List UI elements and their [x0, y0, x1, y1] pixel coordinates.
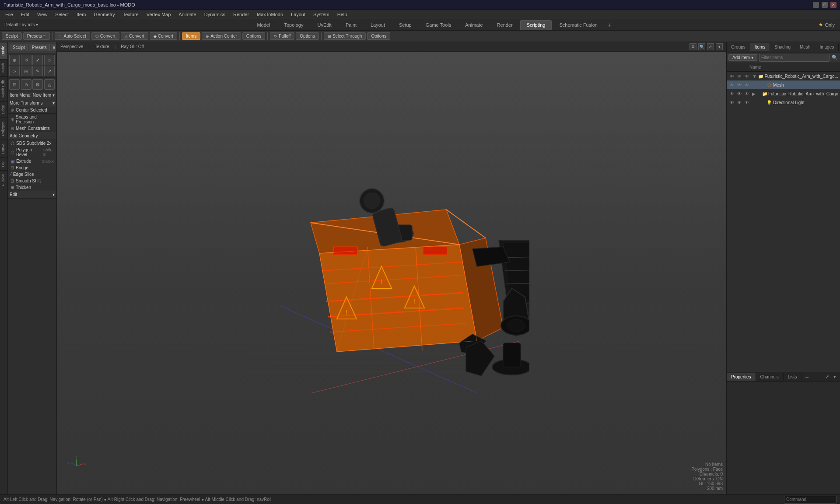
vp-settings-btn[interactable]: ⚙ — [690, 43, 696, 50]
menu-geometry[interactable]: Geometry — [90, 11, 118, 18]
rb-tab-plus[interactable]: + — [802, 372, 812, 382]
rb-tab-channels[interactable]: Channels — [756, 373, 784, 381]
right-tab-shading[interactable]: Shading — [770, 43, 795, 51]
snaps-precision-item[interactable]: ⊞ Snaps and Precision — [8, 114, 56, 125]
auto-select-button[interactable]: ⬚ Auto Select — [55, 32, 90, 40]
vtab-uv[interactable]: UV — [0, 158, 7, 171]
add-item-button[interactable]: Add Item ▾ — [728, 54, 757, 61]
convert3-button[interactable]: ◆ Convert — [150, 32, 177, 40]
eye-lock-scene[interactable]: 👁 — [743, 74, 750, 79]
tool-btn-9[interactable]: ⊡ — [9, 79, 20, 90]
right-tab-groups[interactable]: Groups — [727, 43, 750, 51]
layout-selector[interactable]: Default Layouts ▾ — [2, 22, 41, 27]
presets-button[interactable]: Presets ≡ — [23, 32, 50, 40]
tab-setup[interactable]: Setup — [392, 20, 418, 30]
options1-button[interactable]: Options — [242, 32, 265, 40]
eye-render-light[interactable]: 👁 — [728, 100, 735, 105]
menu-dynamics[interactable]: Dynamics — [201, 11, 229, 18]
action-center-button[interactable]: ⊕ Action Center — [202, 32, 241, 40]
tab-uvedit[interactable]: UvEdit — [311, 20, 338, 30]
smooth-shift-item[interactable]: ⊡ Smooth Shift — [8, 178, 56, 184]
tool-btn-10[interactable]: ⊙ — [21, 79, 32, 90]
tree-item-mesh[interactable]: 👁 👁 👁 ⬡ Mesh — [727, 80, 840, 89]
menu-maxtomodo[interactable]: MaxToModo — [253, 11, 287, 18]
tree-item-group[interactable]: 👁 👁 👁 ▶ 📁 Futuristic_Robotic_Arm_with_Ca… — [727, 89, 840, 98]
edit-header[interactable]: Edit ▾ — [8, 191, 56, 199]
tool-btn-4[interactable]: ◇ — [44, 55, 55, 65]
tab-layout[interactable]: Layout — [364, 20, 392, 30]
viewport[interactable]: Perspective | Texture | Ray GL: Off ⚙ 🔍 … — [57, 42, 726, 494]
tool-btn-12[interactable]: △ — [44, 79, 55, 90]
vtab-curve[interactable]: Curve — [0, 140, 7, 158]
select-through-button[interactable]: ⊞ Select Through — [324, 32, 366, 40]
filter-items-input[interactable] — [759, 54, 830, 62]
edge-slice-item[interactable]: ∕ Edge Slice — [8, 171, 56, 178]
tool-btn-5[interactable]: ▷ — [9, 66, 20, 76]
vtab-mesh[interactable]: Mesh — [0, 59, 7, 76]
tab-model[interactable]: Model — [250, 20, 276, 30]
add-geometry-header[interactable]: Add Geometry — [8, 132, 56, 140]
tab-render[interactable]: Render — [490, 20, 519, 30]
menu-layout[interactable]: Layout — [287, 11, 309, 18]
rb-tab-lists[interactable]: Lists — [784, 373, 802, 381]
tree-item-light[interactable]: 👁 👁 👁 💡 Directional Light — [727, 98, 840, 107]
expand-group[interactable]: ▶ — [752, 91, 756, 96]
tool-btn-7[interactable]: ✎ — [32, 66, 43, 76]
menu-select[interactable]: Select — [52, 11, 72, 18]
items-search-icon[interactable]: 🔍 — [831, 54, 838, 61]
viewport-canvas[interactable]: ! ! ! — [57, 52, 726, 494]
more-transforms-header[interactable]: More Transforms ▾ — [8, 99, 56, 107]
right-tab-images[interactable]: Images — [815, 43, 839, 51]
tool-btn-11[interactable]: ⊠ — [32, 79, 43, 90]
eye-render-mesh[interactable]: 👁 — [728, 83, 735, 88]
vtab-polygon[interactable]: Polygon — [0, 118, 7, 140]
menu-system[interactable]: System — [310, 11, 333, 18]
menu-vertexmap[interactable]: Vertex Map — [143, 11, 175, 18]
presets-panel-btn[interactable]: Presets — [29, 44, 50, 51]
right-tab-items[interactable]: Items — [750, 43, 770, 51]
mesh-constraints-item[interactable]: ⊟ Mesh Constraints — [8, 125, 56, 132]
rb-expand-icon[interactable]: ⤢ — [823, 374, 830, 381]
options2-button[interactable]: Options — [296, 32, 318, 40]
tool-btn-2[interactable]: ↺ — [21, 55, 32, 65]
rb-more-icon[interactable]: ▾ — [831, 374, 838, 381]
rb-tab-properties[interactable]: Properties — [727, 373, 756, 381]
menu-file[interactable]: File — [2, 11, 17, 18]
vtab-meshedit[interactable]: Mesh Edit — [0, 76, 7, 101]
maximize-button[interactable]: □ — [822, 2, 828, 8]
menu-help[interactable]: Help — [334, 11, 351, 18]
menu-render[interactable]: Render — [230, 11, 252, 18]
item-menu[interactable]: Item Menu: New Item ▾ — [8, 91, 56, 99]
tab-topology[interactable]: Topology — [277, 20, 310, 30]
menu-animate[interactable]: Animate — [175, 11, 200, 18]
options3-button[interactable]: Options — [367, 32, 390, 40]
vtab-fusion[interactable]: Fusion — [0, 170, 7, 189]
tree-item-scene[interactable]: 👁 👁 👁 ▼ 📁 Futuristic_Robotic_Arm_with_Ca… — [727, 72, 840, 80]
expand-scene[interactable]: ▼ — [752, 74, 757, 79]
eye-lock-light[interactable]: 👁 — [743, 100, 750, 105]
tab-paint[interactable]: Paint — [339, 20, 363, 30]
tab-animate[interactable]: Animate — [458, 20, 489, 30]
sculpt-panel-btn[interactable]: Sculpt — [10, 44, 28, 51]
vtab-basic[interactable]: Basic — [0, 42, 7, 59]
presets-menu-btn[interactable]: ≡ — [51, 44, 57, 51]
tab-add-button[interactable]: + — [605, 21, 614, 29]
center-selected-item[interactable]: ⊕ Center Selected — [8, 107, 56, 113]
menu-view[interactable]: View — [34, 11, 51, 18]
tool-btn-6[interactable]: ◎ — [21, 66, 32, 76]
eye-visible-mesh[interactable]: 👁 — [736, 83, 743, 88]
menu-texture[interactable]: Texture — [119, 11, 142, 18]
vp-expand-btn[interactable]: ⤢ — [707, 43, 714, 50]
right-tab-mesh[interactable]: Mesh — [795, 43, 815, 51]
convert2-button[interactable]: △ Convert — [121, 32, 148, 40]
eye-visible-scene[interactable]: 👁 — [736, 74, 743, 79]
tool-btn-8[interactable]: ↗ — [44, 66, 55, 76]
bridge-item[interactable]: ⊟ Bridge — [8, 164, 56, 171]
falloff-button[interactable]: ⟳ Falloff — [270, 32, 294, 40]
eye-visible-light[interactable]: 👁 — [736, 100, 743, 105]
vp-search-btn[interactable]: 🔍 — [698, 43, 705, 50]
menu-item[interactable]: Item — [73, 11, 89, 18]
eye-visible-group[interactable]: 👁 — [736, 91, 743, 96]
eye-render-scene[interactable]: 👁 — [728, 74, 735, 79]
close-button[interactable]: ✕ — [830, 2, 836, 8]
